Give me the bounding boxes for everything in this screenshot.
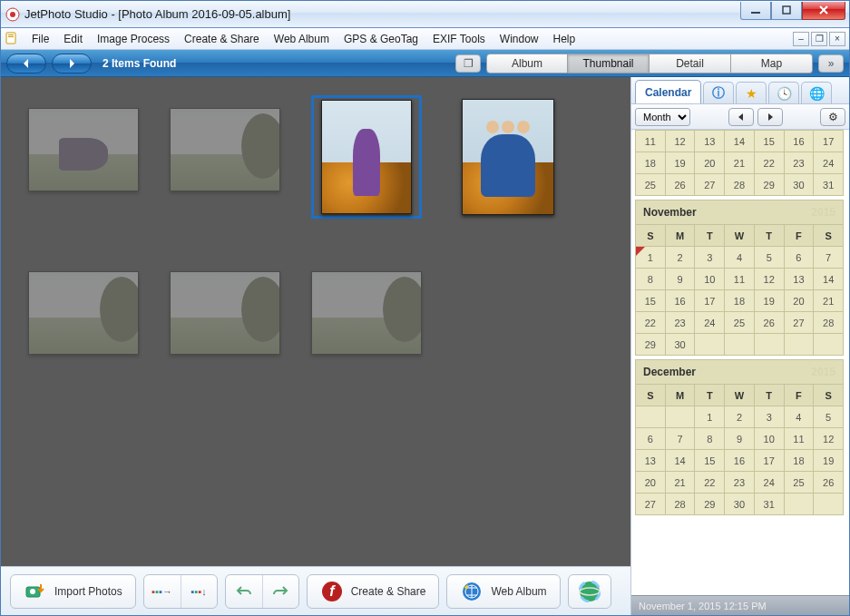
day-cell[interactable]: 27	[695, 174, 725, 196]
day-cell[interactable]: 26	[755, 312, 785, 334]
day-cell[interactable]: 24	[755, 472, 785, 494]
menu-help[interactable]: Help	[546, 31, 583, 47]
day-cell[interactable]: 15	[755, 131, 785, 152]
day-cell[interactable]: 20	[636, 472, 666, 494]
day-cell[interactable]: 18	[785, 450, 815, 472]
day-cell[interactable]: 6	[785, 247, 815, 269]
menu-window[interactable]: Window	[493, 31, 546, 47]
day-cell[interactable]: 1	[636, 247, 666, 269]
sort-asc-button[interactable]: ▪▪▪→	[144, 575, 181, 608]
view-map[interactable]: Map	[731, 54, 813, 73]
view-thumbnail[interactable]: Thumbnail	[568, 54, 650, 73]
day-cell[interactable]: 10	[695, 269, 725, 290]
menu-edit[interactable]: Edit	[56, 31, 90, 47]
day-cell[interactable]: 22	[695, 472, 725, 494]
tab-info[interactable]: ⓘ	[703, 82, 734, 103]
day-cell[interactable]: 10	[755, 428, 785, 450]
day-cell[interactable]: 29	[695, 494, 725, 515]
day-cell[interactable]: 21	[814, 290, 844, 312]
day-cell[interactable]: 16	[666, 290, 696, 312]
tab-favorites[interactable]: ★	[736, 82, 767, 103]
day-cell[interactable]: 24	[814, 152, 844, 174]
close-button[interactable]	[802, 2, 845, 20]
thumbnail[interactable]	[311, 259, 422, 367]
day-cell[interactable]: 30	[785, 174, 815, 196]
day-cell[interactable]: 17	[695, 290, 725, 312]
day-cell[interactable]: 4	[725, 247, 755, 269]
thumbnail[interactable]	[28, 259, 139, 367]
day-cell[interactable]: 11	[725, 269, 755, 290]
day-cell[interactable]: 26	[814, 472, 844, 494]
day-cell[interactable]: 23	[666, 312, 696, 334]
mdi-minimize-button[interactable]: –	[793, 32, 809, 46]
day-cell[interactable]: 28	[814, 312, 844, 334]
day-cell[interactable]: 19	[755, 290, 785, 312]
day-cell[interactable]: 8	[695, 428, 725, 450]
day-cell[interactable]: 5	[755, 247, 785, 269]
day-cell[interactable]: 13	[785, 269, 815, 290]
tab-calendar[interactable]: Calendar	[635, 80, 701, 103]
day-cell[interactable]: 27	[636, 494, 666, 515]
day-cell[interactable]: 17	[814, 131, 844, 152]
view-album[interactable]: Album	[486, 54, 568, 73]
day-cell[interactable]: 12	[814, 428, 844, 450]
day-cell[interactable]: 11	[785, 428, 815, 450]
view-detail[interactable]: Detail	[650, 54, 731, 73]
day-cell[interactable]: 25	[785, 472, 815, 494]
day-cell[interactable]: 22	[636, 312, 666, 334]
tab-map[interactable]: 🌐	[801, 82, 832, 103]
day-cell[interactable]: 21	[725, 152, 755, 174]
day-cell[interactable]: 17	[755, 450, 785, 472]
thumbnail[interactable]	[311, 95, 422, 219]
web-album-button[interactable]: Web Album	[446, 574, 560, 609]
menu-exif-tools[interactable]: EXIF Tools	[425, 31, 493, 47]
day-cell[interactable]: 19	[814, 450, 844, 472]
menu-image-process[interactable]: Image Process	[90, 31, 177, 47]
day-cell[interactable]: 8	[636, 269, 666, 290]
day-cell[interactable]: 20	[785, 290, 815, 312]
day-cell[interactable]: 20	[695, 152, 725, 174]
day-cell[interactable]: 23	[725, 472, 755, 494]
redo-button[interactable]	[262, 575, 298, 608]
menu-create-share[interactable]: Create & Share	[177, 31, 267, 47]
day-cell[interactable]: 18	[725, 290, 755, 312]
cal-settings-button[interactable]: ⚙	[820, 108, 845, 126]
undo-button[interactable]	[226, 575, 262, 608]
menu-gps-geotag[interactable]: GPS & GeoTag	[337, 31, 425, 47]
day-cell[interactable]: 7	[814, 247, 844, 269]
day-cell[interactable]: 25	[636, 174, 666, 196]
day-cell[interactable]: 28	[666, 494, 696, 515]
day-cell[interactable]: 16	[785, 131, 815, 152]
day-cell[interactable]: 9	[666, 269, 696, 290]
day-cell[interactable]: 1	[695, 406, 725, 428]
day-cell[interactable]: 30	[725, 494, 755, 515]
mdi-close-button[interactable]: ×	[829, 32, 845, 46]
day-cell[interactable]: 2	[725, 406, 755, 428]
view-more-button[interactable]: »	[818, 54, 844, 73]
thumbnail[interactable]	[28, 95, 139, 204]
cal-prev-button[interactable]	[728, 108, 754, 126]
day-cell[interactable]: 24	[695, 312, 725, 334]
menu-web-album[interactable]: Web Album	[267, 31, 337, 47]
day-cell[interactable]: 29	[636, 334, 666, 356]
day-cell[interactable]: 15	[636, 290, 666, 312]
day-cell[interactable]: 27	[785, 312, 815, 334]
minimize-button[interactable]	[740, 2, 771, 20]
day-cell[interactable]: 14	[725, 131, 755, 152]
day-cell[interactable]: 3	[755, 406, 785, 428]
thumbnail[interactable]	[170, 259, 280, 367]
day-cell[interactable]: 9	[725, 428, 755, 450]
day-cell[interactable]: 26	[666, 174, 696, 196]
day-cell[interactable]: 18	[636, 152, 666, 174]
thumbnail-area[interactable]	[1, 77, 630, 566]
calendar-scroll[interactable]: 1112131415161718192021222324252627282930…	[631, 130, 849, 595]
day-cell[interactable]: 4	[785, 406, 815, 428]
day-cell[interactable]: 7	[666, 428, 696, 450]
day-cell[interactable]: 13	[695, 131, 725, 152]
day-cell[interactable]: 31	[814, 174, 844, 196]
day-cell[interactable]: 25	[725, 312, 755, 334]
view-prev-button[interactable]: ❐	[455, 54, 481, 73]
day-cell[interactable]: 22	[755, 152, 785, 174]
maximize-button[interactable]	[771, 2, 802, 20]
day-cell[interactable]: 6	[636, 428, 666, 450]
